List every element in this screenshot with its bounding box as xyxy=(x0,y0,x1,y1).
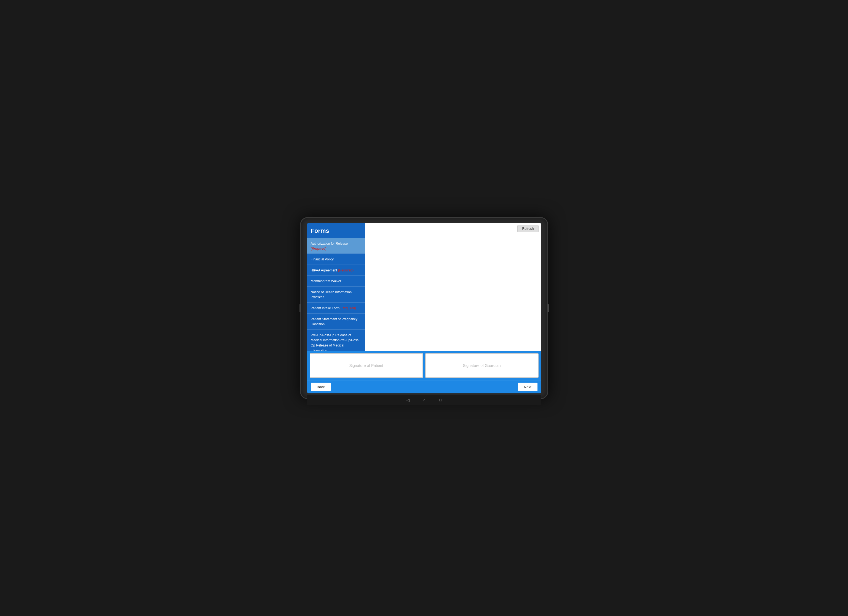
sidebar-item-pregnancy[interactable]: Patient Statement of Pregnancy Condition xyxy=(307,313,365,330)
guardian-signature-box[interactable]: Signature of Guardian xyxy=(425,353,538,378)
content-body xyxy=(365,235,541,351)
sidebar-item-label: Authorization for Release xyxy=(311,242,348,245)
sidebar-item-label: Mammogram Waiver xyxy=(311,279,341,283)
sidebar-item-label: Patient Statement of Pregnancy Condition xyxy=(311,317,357,327)
power-button xyxy=(547,304,549,312)
sidebar-item-pre-op[interactable]: Pre-Op/Post-Op Release of Medical Inform… xyxy=(307,330,365,351)
sidebar-item-mammogram[interactable]: Mammogram Waiver xyxy=(307,275,365,286)
sidebar-item-patient-intake[interactable]: Patient Intake Form (Required) xyxy=(307,302,365,313)
sidebar-item-financial-policy[interactable]: Financial Policy xyxy=(307,254,365,264)
sidebar-required-label: (Required) xyxy=(338,269,354,272)
content-area: Refresh xyxy=(365,223,541,351)
android-nav-bar: ◁ ○ □ xyxy=(307,395,541,405)
sidebar-item-hipaa[interactable]: HIPAA Agreement (Required) xyxy=(307,264,365,276)
sidebar-item-label: Notice of Health Information Practices xyxy=(311,290,352,299)
back-button[interactable]: Back xyxy=(311,383,331,391)
sidebar-item-label: Pre-Op/Post-Op Release of Medical Inform… xyxy=(311,333,359,351)
tablet-screen: Forms Authorization for Release (Require… xyxy=(307,223,541,393)
patient-signature-box[interactable]: Signature of Patient xyxy=(310,353,423,378)
guardian-signature-label: Signature of Guardian xyxy=(463,363,501,368)
sidebar-item-label: Financial Policy xyxy=(311,257,334,261)
back-nav-icon[interactable]: ◁ xyxy=(406,398,409,402)
sidebar: Forms Authorization for Release (Require… xyxy=(307,223,365,351)
sidebar-item-authorization[interactable]: Authorization for Release (Required) xyxy=(307,238,365,254)
signature-row: Signature of Patient Signature of Guardi… xyxy=(307,351,541,380)
patient-signature-label: Signature of Patient xyxy=(349,363,383,368)
sidebar-item-label: Patient Intake Form xyxy=(311,306,341,310)
volume-button xyxy=(299,304,301,312)
sidebar-item-label: HIPAA Agreement xyxy=(311,269,338,272)
refresh-button[interactable]: Refresh xyxy=(517,225,538,232)
recents-nav-icon[interactable]: □ xyxy=(439,398,442,402)
sidebar-required-label: (Required) xyxy=(311,246,326,251)
sidebar-item-notice[interactable]: Notice of Health Information Practices xyxy=(307,286,365,302)
tablet-shell: Forms Authorization for Release (Require… xyxy=(300,217,548,399)
main-area: Forms Authorization for Release (Require… xyxy=(307,223,541,351)
sidebar-required-label: (Required) xyxy=(341,306,356,310)
next-button[interactable]: Next xyxy=(518,383,538,391)
app-title: Forms xyxy=(307,223,365,238)
home-nav-icon[interactable]: ○ xyxy=(423,398,425,402)
content-toolbar: Refresh xyxy=(365,223,541,235)
footer: Back Next xyxy=(307,380,541,393)
